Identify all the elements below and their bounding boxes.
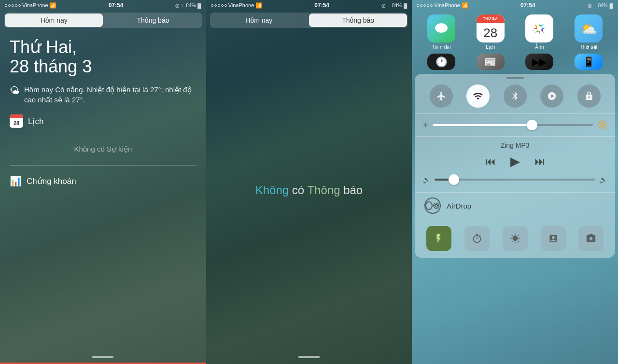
calendar-divider — [10, 133, 197, 133]
app-extra1-icon: 📰 — [477, 54, 505, 70]
bluetooth-button[interactable] — [504, 84, 527, 108]
airplane-mode-button[interactable] — [430, 84, 453, 108]
time-p1: 07:54 — [109, 2, 124, 9]
panel1-content: Thứ Hai, 28 tháng 3 🌤 Hôm nay Có nắng. N… — [0, 30, 206, 195]
volume-high-icon: 🔊 — [599, 176, 607, 183]
fast-forward-button[interactable]: ⏭ — [534, 155, 545, 168]
cc-drag-pill-bar — [506, 77, 524, 79]
nightshift-button[interactable] — [503, 226, 528, 251]
volume-thumb[interactable] — [449, 174, 459, 185]
arrow-icon-p1: ↑ — [182, 3, 184, 8]
app-weather-label: Thời tiết — [580, 44, 597, 50]
rewind-button[interactable]: ⏮ — [485, 155, 496, 168]
no-notif-khong: Không — [255, 183, 289, 196]
tab-today-p2[interactable]: Hôm nay — [210, 13, 308, 28]
calendar-label[interactable]: Lịch — [28, 116, 43, 126]
volume-track[interactable] — [435, 179, 595, 181]
signal-dot-3 — [12, 4, 14, 7]
panel-notifications: VinaPhone 📶 07:54 ◎ ↑ 84% ▓ Hôm nay Thôn… — [206, 0, 412, 364]
tab-notifications-p2[interactable]: Thông báo — [309, 14, 407, 27]
volume-low-icon: 🔈 — [422, 176, 431, 183]
rotation-lock-button[interactable] — [577, 84, 601, 108]
stocks-label[interactable]: Chứng khoán — [27, 176, 76, 186]
play-button[interactable]: ▶ — [510, 154, 520, 169]
calendar-section: 28 Lịch Không có Sự kiện — [10, 114, 197, 166]
panel2-content: Không có Thông báo — [206, 30, 412, 350]
app-extra2[interactable]: ▶▶ — [525, 54, 553, 70]
signal-dots-p3 — [417, 4, 433, 7]
app-weather-icon: ⛅ — [575, 14, 603, 42]
timer-button[interactable] — [464, 226, 490, 251]
wifi-icon-p2: 📶 — [255, 2, 262, 9]
now-playing-title: Zing MP3 — [422, 141, 607, 149]
tab-notifications-p1[interactable]: Thông báo — [104, 13, 202, 28]
no-notif-bao: báo — [343, 183, 363, 196]
brightness-slider-row: ☀ 🔆 — [415, 114, 615, 137]
app-calendar-icon: THỨ BA 28 — [477, 14, 505, 42]
svg-point-3 — [537, 26, 542, 31]
status-left-panel1: VinaPhone 📶 — [5, 2, 56, 9]
signal-dots — [5, 4, 21, 7]
app-weather[interactable]: ⛅ Thời tiết — [575, 14, 603, 50]
no-notif-co: có — [292, 183, 308, 196]
drag-handle-p1[interactable] — [92, 356, 113, 358]
brightness-thumb[interactable] — [527, 120, 537, 130]
carrier-name-p2: VinaPhone — [228, 2, 254, 8]
app-clock[interactable]: 🕐 — [427, 54, 455, 70]
signal-dot-4 — [15, 4, 17, 7]
app-extra1[interactable]: 📰 — [477, 54, 505, 70]
signal-dot-p2-2 — [214, 4, 217, 7]
drag-handle-p2[interactable] — [298, 356, 320, 358]
calculator-button[interactable] — [541, 226, 566, 251]
app-extra2-icon: ▶▶ — [525, 54, 553, 70]
wifi-button[interactable] — [466, 84, 490, 108]
weather-sun-icon: 🌤 — [10, 85, 19, 96]
no-events-text: Không có Sự kiện — [10, 138, 197, 160]
cal-date-num: 28 — [483, 26, 497, 41]
status-bar-panel1: VinaPhone 📶 07:54 ◎ ↑ 84% ▓ — [0, 0, 206, 11]
airdrop-icon — [424, 197, 441, 214]
panel-control-center: VinaPhone 📶 07:54 ◎ ↑ 84% ▓ Tin nhắn THỨ… — [412, 0, 618, 364]
time-p2: 07:54 — [314, 2, 329, 9]
brightness-track[interactable] — [433, 124, 593, 126]
signal-dot-p2-1 — [211, 4, 213, 7]
camera-button[interactable] — [578, 226, 604, 251]
signal-dot-p3-3 — [423, 4, 426, 7]
brightness-low-icon: ☀ — [422, 121, 429, 129]
location-icon-p2: ◎ — [381, 3, 386, 8]
signal-dot-5 — [18, 4, 21, 7]
signal-dot-1 — [5, 4, 7, 7]
status-bar-panel2: VinaPhone 📶 07:54 ◎ ↑ 84% ▓ — [206, 0, 412, 11]
cc-drag-pill — [415, 74, 615, 81]
now-playing-controls: ⏮ ▶ ⏭ — [422, 154, 607, 169]
signal-dot-p3-2 — [420, 4, 422, 7]
cal-day-text: THỨ BA — [483, 17, 498, 21]
cal-date-area: 28 — [477, 23, 505, 42]
battery-pct-p1: 84% — [186, 3, 196, 8]
stocks-icon: 📊 — [10, 175, 22, 187]
signal-dots-p2 — [211, 4, 227, 7]
app-messages-label: Tin nhắn — [432, 44, 451, 50]
status-right-p3: ◎ ↑ 84% ▓ — [588, 3, 613, 8]
app-photos[interactable]: Ảnh — [525, 14, 553, 50]
status-left-panel3: VinaPhone 📶 — [417, 2, 468, 9]
app-extra3[interactable]: 📱 — [575, 54, 603, 70]
volume-slider-row: 🔈 🔊 — [422, 174, 607, 187]
stocks-section: 📊 Chứng khoán — [10, 175, 197, 187]
airdrop-row[interactable]: AirDrop — [415, 193, 615, 220]
tab-today-p1[interactable]: Hôm nay — [5, 14, 103, 27]
do-not-disturb-button[interactable] — [540, 84, 563, 108]
flashlight-button[interactable] — [426, 226, 451, 251]
signal-dot-p2-5 — [225, 4, 227, 7]
date-heading: Thứ Hai, 28 tháng 3 — [10, 38, 197, 76]
battery-icon-p1: ▓ — [197, 3, 201, 8]
app-messages[interactable]: Tin nhắn — [427, 14, 455, 50]
calendar-divider2 — [10, 165, 197, 166]
svg-point-0 — [435, 23, 448, 33]
app-calendar[interactable]: THỨ BA 28 Lịch — [477, 14, 505, 50]
app-extra3-icon: 📱 — [575, 54, 603, 70]
arrow-icon-p3: ↑ — [594, 3, 596, 8]
battery-pct-p2: 84% — [392, 3, 402, 8]
signal-dot-2 — [8, 4, 11, 7]
app-photos-label: Ảnh — [535, 44, 544, 50]
